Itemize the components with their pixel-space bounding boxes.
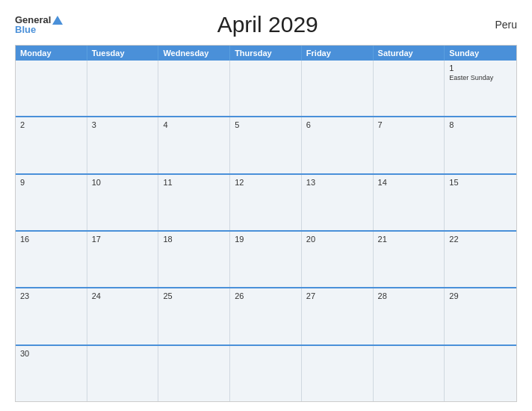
calendar-week-1: 1Easter Sunday <box>16 61 516 116</box>
day-number: 21 <box>378 235 440 244</box>
cal-cell <box>230 346 302 401</box>
day-number: 12 <box>235 178 297 187</box>
cal-cell <box>374 346 445 401</box>
cal-cell: 14 <box>374 175 445 230</box>
cal-cell <box>158 61 230 116</box>
header-day-tuesday: Tuesday <box>87 46 159 61</box>
day-number: 7 <box>378 120 440 129</box>
calendar-week-5: 23242526272829 <box>16 287 516 344</box>
day-number: 29 <box>449 291 512 300</box>
cal-cell: 3 <box>87 117 159 173</box>
cal-cell: 30 <box>16 346 87 401</box>
cal-cell: 13 <box>302 175 374 230</box>
cal-cell: 16 <box>16 232 87 287</box>
cal-cell: 1Easter Sunday <box>445 61 516 116</box>
cal-cell: 9 <box>16 175 87 230</box>
cal-cell: 11 <box>158 175 230 230</box>
day-number: 5 <box>235 120 297 129</box>
day-number: 3 <box>92 120 154 129</box>
cal-cell: 5 <box>230 117 302 173</box>
cal-cell: 8 <box>445 117 516 173</box>
header-day-wednesday: Wednesday <box>158 46 230 61</box>
cal-cell <box>87 61 159 116</box>
cal-cell: 25 <box>158 288 230 344</box>
day-number: 20 <box>306 235 368 244</box>
cal-cell: 19 <box>230 232 302 287</box>
day-number: 30 <box>20 349 82 358</box>
cal-cell: 22 <box>445 232 516 287</box>
day-number: 11 <box>163 178 225 187</box>
cal-cell: 6 <box>302 117 374 173</box>
day-number: 14 <box>378 178 440 187</box>
logo-blue-text: Blue <box>15 25 36 34</box>
calendar-week-3: 9101112131415 <box>16 173 516 230</box>
day-number: 8 <box>449 120 512 129</box>
cal-cell: 18 <box>158 232 230 287</box>
cal-cell: 10 <box>87 175 159 230</box>
cal-cell <box>230 61 302 116</box>
page-header: General Blue April 2029 Peru <box>15 12 517 37</box>
cal-cell: 7 <box>374 117 445 173</box>
day-number: 28 <box>378 291 440 300</box>
cal-cell <box>87 346 159 401</box>
cal-cell <box>374 61 445 116</box>
cal-cell: 20 <box>302 232 374 287</box>
day-number: 13 <box>306 178 368 187</box>
page-title: April 2029 <box>63 12 472 37</box>
country-label: Peru <box>472 19 517 31</box>
cal-cell: 26 <box>230 288 302 344</box>
day-number: 10 <box>92 178 154 187</box>
calendar-event: Easter Sunday <box>449 74 512 81</box>
calendar-week-2: 2345678 <box>16 116 516 173</box>
cal-cell: 24 <box>87 288 159 344</box>
logo: General Blue <box>15 15 63 34</box>
header-day-sunday: Sunday <box>445 46 516 61</box>
day-number: 15 <box>449 178 512 187</box>
header-day-saturday: Saturday <box>374 46 445 61</box>
calendar-grid: MondayTuesdayWednesdayThursdayFridaySatu… <box>15 45 517 402</box>
calendar-header-row: MondayTuesdayWednesdayThursdayFridaySatu… <box>16 46 516 61</box>
day-number: 16 <box>20 235 82 244</box>
calendar-week-6: 30 <box>16 344 516 401</box>
cal-cell <box>302 346 374 401</box>
day-number: 2 <box>20 120 82 129</box>
header-day-monday: Monday <box>16 46 87 61</box>
day-number: 27 <box>306 291 368 300</box>
day-number: 6 <box>306 120 368 129</box>
cal-cell: 4 <box>158 117 230 173</box>
day-number: 26 <box>235 291 297 300</box>
cal-cell <box>445 346 516 401</box>
cal-cell <box>302 61 374 116</box>
logo-triangle-icon <box>52 16 63 25</box>
day-number: 22 <box>449 235 512 244</box>
calendar-weeks: 1Easter Sunday23456789101112131415161718… <box>16 61 516 401</box>
day-number: 1 <box>449 64 512 72</box>
day-number: 23 <box>20 291 82 300</box>
day-number: 18 <box>163 235 225 244</box>
cal-cell: 28 <box>374 288 445 344</box>
day-number: 24 <box>92 291 154 300</box>
day-number: 17 <box>92 235 154 244</box>
cal-cell: 27 <box>302 288 374 344</box>
cal-cell: 15 <box>445 175 516 230</box>
header-day-thursday: Thursday <box>230 46 302 61</box>
cal-cell: 17 <box>87 232 159 287</box>
day-number: 19 <box>235 235 297 244</box>
cal-cell: 29 <box>445 288 516 344</box>
cal-cell: 21 <box>374 232 445 287</box>
cal-cell: 2 <box>16 117 87 173</box>
day-number: 4 <box>163 120 225 129</box>
cal-cell <box>158 346 230 401</box>
day-number: 9 <box>20 178 82 187</box>
calendar-page: General Blue April 2029 Peru MondayTuesd… <box>0 0 532 411</box>
header-day-friday: Friday <box>302 46 374 61</box>
cal-cell: 23 <box>16 288 87 344</box>
cal-cell <box>16 61 87 116</box>
calendar-week-4: 16171819202122 <box>16 230 516 287</box>
cal-cell: 12 <box>230 175 302 230</box>
day-number: 25 <box>163 291 225 300</box>
